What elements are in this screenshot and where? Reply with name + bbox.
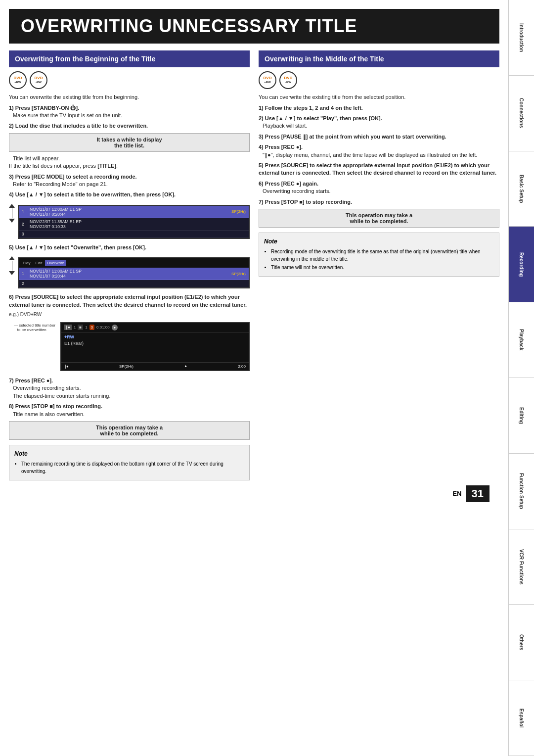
left-note-list: The remaining recording time is displaye… [14, 460, 244, 475]
right-step-2-body: Playback will start. [259, 123, 307, 129]
right-step-2-title: 2) Use [▲ / ▼] to select "Play", then pr… [259, 115, 382, 121]
title-entry-3: 3 [19, 231, 249, 238]
sidebar-item-recording[interactable]: Recording [509, 227, 534, 302]
left-highlight-box-2: This operation may take awhile to be com… [9, 421, 250, 440]
left-step-5-title: 5) Use [▲ / ▼] to select "Overwrite", th… [9, 244, 146, 250]
scroll-arrow-down-1 [9, 219, 15, 223]
overwrite-screen: Play Edit Overwrite 1 NOV/21/07 11:00AM … [18, 257, 250, 288]
scroll-arrow-down-2 [9, 271, 15, 275]
page-number-bar: EN 31 [9, 480, 499, 507]
right-intro-text: You can overwrite the existing title fro… [259, 93, 499, 101]
rec-disc-indicator: ■ [78, 325, 83, 330]
right-note-box: Note Recording mode of the overwriting t… [259, 233, 499, 277]
rec-screen: ‖● 1 ■ 1 3 0:01:00 ● +RW [60, 322, 250, 371]
sidebar-item-editing[interactable]: Editing [509, 378, 534, 454]
menu-edit[interactable]: Edit [34, 260, 44, 266]
title-entry-1: 1 NOV/21/07 11:00AM E1 SPNOV/21/07 0:20:… [19, 206, 249, 218]
page-title: OVERWRITING UNNECESSARY TITLE [9, 9, 499, 44]
overwrite-menu: Play Edit Overwrite [19, 258, 249, 268]
right-step-4-body: "‖●", display menu, channel, and the tim… [259, 152, 477, 158]
sidebar-item-introduction[interactable]: Introduction [509, 0, 534, 76]
left-column: Overwriting from the Beginning of the Ti… [9, 50, 250, 480]
main-content: OVERWRITING UNNECESSARY TITLE Overwritin… [0, 0, 508, 756]
left-step-7-title: 7) Press [REC ●]. [9, 378, 53, 383]
left-section-header: Overwriting from the Beginning of the Ti… [9, 50, 250, 67]
dvd-icon-minusrw: DVD -RW [30, 71, 47, 89]
page-number: 31 [466, 485, 490, 502]
right-dvd-icon-plusrw: DVD +RW [259, 71, 276, 89]
left-step-6: 6) Press [SOURCE] to select the appropri… [9, 293, 250, 309]
menu-play[interactable]: Play [21, 260, 33, 266]
right-note-item-2: Title name will not be overwritten. [271, 264, 494, 271]
left-step-8: 8) Press [STOP ■] to stop recording. Tit… [9, 403, 250, 418]
rec-third-num: 3 [89, 325, 94, 330]
left-step-2: 2) Load the disc that includes a title t… [9, 122, 250, 130]
rec-remaining-time: 2:00 [238, 364, 246, 369]
rec-second-num: 1 [85, 325, 87, 330]
left-note-box: Note The remaining recording time is dis… [9, 445, 250, 480]
left-step-3: 3) Press [REC MODE] to select a recordin… [9, 173, 250, 189]
right-note-list: Recording mode of the overwriting title … [264, 248, 494, 271]
left-note-title: Note [14, 449, 244, 458]
title-entry-2: 2 NOV/22/07 11:35AM E1 EPNOV/22/07 0:10:… [19, 218, 249, 231]
sidebar-item-basic-setup[interactable]: Basic Setup [509, 151, 534, 227]
rec-circle-btn: ● [112, 325, 118, 331]
scroll-arrow-up-2 [9, 256, 15, 260]
right-dvd-icons: DVD +RW DVD -RW [259, 71, 499, 89]
eg-label: e.g.) DVD+RW [9, 312, 250, 317]
sidebar-item-espanol[interactable]: Español [509, 680, 534, 756]
right-step-4: 4) Press [REC ●]. "‖●", display menu, ch… [259, 143, 499, 159]
right-column: Overwriting in the Middle of the Title D… [259, 50, 499, 480]
menu-overwrite[interactable]: Overwrite [45, 260, 66, 266]
two-column-layout: Overwriting from the Beginning of the Ti… [9, 50, 499, 480]
sidebar-item-function-setup[interactable]: Function Setup [509, 454, 534, 529]
rec-screen-middle: +RW E1 (Rear) [61, 332, 249, 362]
rec-screen-bottom: ‖● SP(2Hr) ▲ 2:00 [61, 362, 249, 370]
left-step-7-body1: Overwriting recording starts. [9, 385, 81, 391]
sidebar-item-connections[interactable]: Connections [509, 76, 534, 151]
ow-title-entry: 1 NOV/21/07 11:00AM E1 SPNOV/21/07 0:20:… [19, 268, 249, 280]
left-step-8-title: 8) Press [STOP ■] to stop recording. [9, 403, 102, 409]
left-step-3-title: 3) Press [REC MODE] to select a recordin… [9, 174, 137, 180]
annotation-selected-title: — selected title number to be overwritte… [14, 323, 55, 332]
right-step-5: 5) Press [SOURCE] to select the appropri… [259, 162, 499, 177]
left-highlight-box-1: It takes a while to displaythe title lis… [9, 133, 250, 152]
rec-time: 0:01:00 [96, 325, 110, 330]
left-step-5: 5) Use [▲ / ▼] to select "Overwrite", th… [9, 244, 250, 251]
left-step-4: 4) Use [▲ / ▼] to select a title to be o… [9, 191, 250, 198]
rec-plus-rw-label: +RW [64, 334, 246, 339]
sidebar-item-playback[interactable]: Playback [509, 302, 534, 378]
rec-track-num: 1 [74, 325, 76, 330]
left-step-4-title: 4) Use [▲ / ▼] to select a title to be o… [9, 191, 176, 197]
right-note-item-1: Recording mode of the overwriting title … [271, 248, 494, 263]
right-step-5-title: 5) Press [SOURCE] to select the appropri… [259, 162, 496, 176]
left-step-2b-body: Title list will appear. If the title lis… [9, 155, 118, 169]
left-note-item-1: The remaining recording time is displaye… [21, 460, 244, 475]
page-wrapper: OVERWRITING UNNECESSARY TITLE Overwritin… [0, 0, 534, 756]
left-step-1: 1) Press [STANDBY-ON ⏻]. Make sure that … [9, 104, 250, 120]
dvd-icon-plusrw: DVD +RW [9, 71, 27, 89]
left-step-1-body: Make sure that the TV input is set on th… [9, 112, 122, 118]
right-step-3: 3) Press [PAUSE ‖] at the point from whi… [259, 133, 499, 141]
right-highlight-box: This operation may take awhile to be com… [259, 209, 499, 228]
rec-e1-rear-label: E1 (Rear) [64, 341, 246, 346]
left-intro-text: You can overwrite the existing title fro… [9, 93, 250, 101]
right-step-6: 6) Press [REC ●] again. Overwriting reco… [259, 180, 499, 195]
left-step-2-title: 2) Load the disc that includes a title t… [9, 123, 148, 129]
right-step-3-title: 3) Press [PAUSE ‖] at the point from whi… [259, 134, 446, 140]
right-step-4-title: 4) Press [REC ●]. [259, 144, 303, 150]
left-step-1-title: 1) Press [STANDBY-ON ⏻]. [9, 105, 79, 111]
title-screen-1: 1 NOV/21/07 11:00AM E1 SPNOV/21/07 0:20:… [18, 205, 250, 239]
sidebar-item-others[interactable]: Others [509, 605, 534, 680]
en-label: EN [452, 490, 461, 497]
right-step-1: 1) Follow the steps 1, 2 and 4 on the le… [259, 104, 499, 112]
ow-empty-entry: 2 [19, 280, 249, 287]
right-note-title: Note [264, 237, 494, 246]
rec-scrollbar: ▲ [184, 364, 187, 369]
right-step-7: 7) Press [STOP ■] to stop recording. [259, 198, 499, 206]
rec-pause-bottom: ‖● [64, 364, 69, 369]
sidebar-item-vcr-functions[interactable]: VCR Functions [509, 529, 534, 605]
left-step-3-body: Refer to "Recording Mode" on page 21. [9, 181, 108, 187]
left-step-7-body2: The elapsed-time counter starts running. [9, 393, 111, 399]
rec-screen-top: ‖● 1 ■ 1 3 0:01:00 ● [61, 323, 249, 332]
